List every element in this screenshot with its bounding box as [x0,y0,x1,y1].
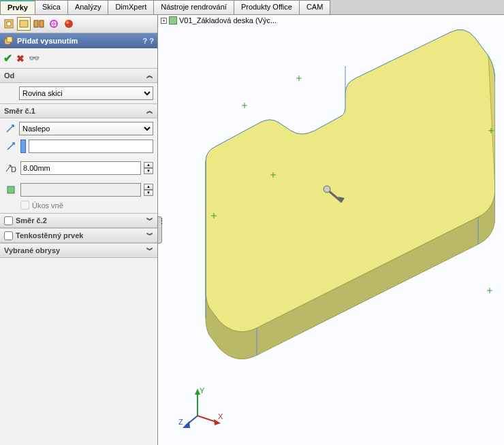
svg-marker-22 [183,421,190,428]
svg-rect-13 [7,186,14,193]
tab-skica[interactable]: Skica [35,0,68,14]
svg-text:D1: D1 [11,165,17,174]
svg-rect-3 [34,20,38,27]
tab-prvky[interactable]: Prvky [0,0,35,14]
flyout-tree[interactable]: + V01_Základová deska (Výc... [161,16,277,24]
tab-dimxpert[interactable]: DimXpert [108,0,154,14]
draft-icon[interactable] [4,184,18,195]
panel-resize-handle[interactable]: ⋮ [158,216,162,244]
view-triad[interactable]: Y X Z [177,385,225,433]
tab-cam[interactable]: CAM [299,0,330,14]
expand-icon: ︾ [146,216,153,225]
expand-icon: ︾ [146,231,153,240]
triad-y-label: Y [200,386,205,395]
draft-input [20,183,141,197]
tree-expand-icon[interactable]: + [161,18,167,24]
draft-outward-label: Úkos vně [32,201,63,210]
tab-configuration-icon[interactable] [32,17,46,31]
ribbon-tabs: Prvky Skica Analýzy DimXpert Nástroje re… [0,0,504,15]
panel-tab-icons [0,15,157,33]
triad-z-label: Z [178,418,183,426]
model-preview [168,25,495,365]
feature-manager-panel: Přidat vysunutím ? ? ✔ ✖ 👓 Od ︽ Rovina s… [0,15,158,445]
action-buttons: ✔ ✖ 👓 [0,48,157,68]
thin-enable-checkbox[interactable] [4,231,13,240]
direction-field[interactable] [29,139,153,153]
tab-analyzy[interactable]: Analýzy [67,0,109,14]
collapse-icon: ︽ [146,71,153,80]
dir2-enable-checkbox[interactable] [4,216,13,225]
help-icon[interactable]: ? ? [143,37,155,45]
extrude-icon [3,35,14,46]
ok-button[interactable]: ✔ [3,52,12,65]
section-contours-label: Vybrané obrysy [4,246,60,254]
reverse-direction-icon[interactable] [4,123,16,134]
tab-feature-tree-icon[interactable] [2,17,16,31]
depth-icon: D1 [4,163,18,174]
section-contours-header[interactable]: Vybrané obrysy ︾ [0,243,157,258]
section-od-header[interactable]: Od ︽ [0,68,157,83]
tab-nastroje-rendrovani[interactable]: Nástroje rendrování [153,0,234,14]
svg-rect-2 [20,20,28,27]
cancel-button[interactable]: ✖ [16,53,25,64]
from-select[interactable]: Rovina skici [19,86,153,100]
direction-selection-box[interactable] [20,139,26,153]
depth-spinner[interactable]: ▲▼ [144,162,153,174]
triad-x-label: X [218,412,223,421]
end-condition-select[interactable]: Naslepo [19,122,153,135]
feature-title: Přidat vysunutím [17,37,78,45]
graphics-viewport[interactable]: ⋮ + V01_Základová deska (Výc... [158,15,504,445]
detailed-preview-button[interactable]: 👓 [29,53,40,63]
section-dir1-header[interactable]: Směr č.1 ︽ [0,103,157,118]
svg-point-16 [324,186,330,193]
svg-rect-4 [40,20,44,27]
direction-vector-icon[interactable] [4,141,18,152]
collapse-icon: ︽ [146,106,153,116]
section-od-label: Od [4,71,14,80]
draft-outward-checkbox[interactable]: Úkos vně [4,201,153,210]
draft-spinner[interactable]: ▲▼ [144,184,153,196]
expand-icon: ︾ [146,246,153,255]
tab-render-icon[interactable] [62,17,76,31]
section-dir2-label: Směr č.2 [16,216,146,225]
svg-point-8 [65,20,73,28]
depth-input[interactable] [20,161,141,175]
tab-property-manager-icon[interactable] [17,17,31,31]
tree-node-label[interactable]: V01_Základová deska (Výc... [179,16,277,24]
svg-point-9 [66,21,69,24]
feature-title-bar: Přidat vysunutím ? ? [0,33,157,48]
tab-produkty-office[interactable]: Produkty Office [234,0,300,14]
tab-dimxpert-icon[interactable] [47,17,61,31]
section-dir1-label: Směr č.1 [4,107,35,115]
svg-rect-1 [7,22,11,26]
section-thin-label: Tenkostěnný prvek [16,231,146,240]
svg-rect-11 [7,37,12,42]
section-dir2-header[interactable]: Směr č.2 ︾ [0,213,157,228]
part-icon [169,16,177,24]
section-thin-header[interactable]: Tenkostěnný prvek ︾ [0,228,157,243]
